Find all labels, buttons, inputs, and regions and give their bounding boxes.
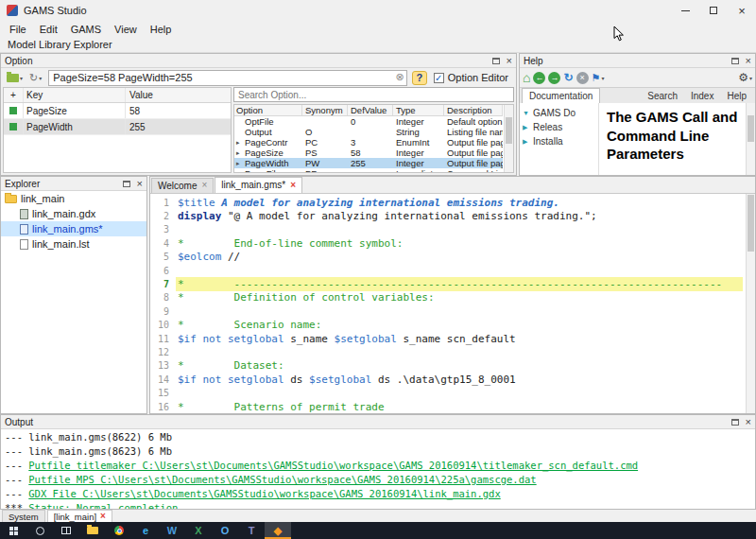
taskbar-teams[interactable]: T [238, 522, 265, 539]
close-panel-icon[interactable]: × [507, 56, 512, 66]
reload-option-button[interactable]: ↻▾ [27, 70, 43, 86]
taskbar-chrome[interactable] [106, 522, 132, 539]
taskbar-word[interactable]: W [159, 522, 185, 539]
code-line[interactable]: 16* Patterns of permit trade [150, 400, 743, 413]
refresh-button[interactable]: ↻ [563, 72, 573, 83]
code-line[interactable]: 13* Dataset: [150, 359, 743, 373]
output-link[interactable]: Status: Normal completion [28, 502, 178, 509]
column-header-key[interactable]: Key [23, 88, 125, 102]
column-header-description[interactable]: Description [444, 105, 503, 115]
explorer-group-link-main[interactable]: link_main [1, 191, 146, 206]
back-button[interactable]: ← [533, 72, 545, 84]
option-editor-toggle[interactable]: ✓ Option Editor [430, 72, 512, 83]
explorer-file-gdx[interactable]: link_main.gdx [1, 206, 146, 221]
forward-button[interactable]: → [548, 72, 560, 84]
code-line[interactable]: 6 [150, 264, 743, 277]
option-row[interactable]: ▸PermFilePFImmediateCommand Line Param..… [234, 168, 503, 173]
search-option-input[interactable] [233, 87, 514, 102]
menu-help[interactable]: Help [144, 23, 179, 36]
help-tree-item[interactable]: ▶Releas [520, 120, 598, 134]
output-link[interactable]: GDX File C:\Users\st\Documents\GAMSStudi… [28, 488, 500, 499]
column-header-option[interactable]: Option [234, 105, 302, 115]
options-table-scrollbar[interactable] [504, 105, 513, 172]
close-tab-icon[interactable]: × [100, 512, 106, 521]
float-panel-icon[interactable] [123, 181, 130, 187]
defined-option-row[interactable]: PageSize58 [4, 103, 231, 119]
editor-tab[interactable]: Welcome× [151, 178, 214, 193]
code-line[interactable]: 1$title A model for analyzing internatio… [150, 196, 743, 209]
code-line[interactable]: 2display "@ A model for analyzing intern… [150, 209, 743, 222]
help-tree-item[interactable]: ▶Installa [520, 134, 598, 148]
close-button[interactable]: × [728, 0, 756, 21]
scrollbar-thumb[interactable] [506, 117, 512, 144]
close-panel-icon[interactable]: × [746, 417, 751, 427]
taskbar-edge[interactable]: e [132, 522, 159, 539]
option-row[interactable]: ▸PageWidthPW255IntegerOutput file page w… [234, 158, 503, 168]
code-line[interactable]: 14$if not setglobal ds $setglobal ds .\d… [150, 373, 743, 386]
float-panel-icon[interactable] [492, 58, 500, 64]
menu-edit[interactable]: Edit [33, 23, 64, 36]
editor-scrollbar[interactable] [746, 194, 755, 413]
taskbar-excel[interactable]: X [185, 522, 212, 539]
close-tab-icon[interactable]: × [202, 181, 208, 190]
option-row[interactable]: ▸PageSizePS58IntegerOutput file page siz… [234, 148, 503, 158]
model-library-explorer-button[interactable]: Model Library Explorer [0, 39, 120, 50]
explorer-file-gms[interactable]: link_main.gms* [1, 221, 146, 236]
taskbar-task-view[interactable] [53, 522, 79, 539]
taskbar-outlook[interactable]: O [212, 522, 238, 539]
option-help-button[interactable]: ? [412, 71, 427, 85]
stop-button[interactable]: × [576, 72, 589, 84]
help-tab-search[interactable]: Search [641, 89, 684, 103]
code-line[interactable]: 7* -------------------------------------… [150, 277, 743, 290]
menu-view[interactable]: View [108, 23, 144, 36]
code-line[interactable]: 10* Scenario name: [150, 319, 743, 332]
process-tab[interactable]: [link_main]× [47, 510, 112, 522]
code-line[interactable]: 5$eolcom // [150, 251, 743, 264]
scrollbar-thumb[interactable] [747, 115, 754, 142]
column-header-defvalue[interactable]: DefValue [348, 105, 393, 115]
column-header-type[interactable]: Type [393, 105, 444, 115]
code-line[interactable]: 4* End-of-line comment symbol: [150, 236, 743, 250]
help-tab-help[interactable]: Help [720, 89, 753, 103]
help-tab-index[interactable]: Index [684, 89, 720, 103]
menu-gams[interactable]: GAMS [64, 23, 108, 36]
column-header-synonym[interactable]: Synonym [302, 105, 348, 115]
explorer-file-lst[interactable]: link_main.lst [1, 236, 146, 252]
taskbar-file-explorer[interactable] [79, 522, 106, 539]
code-line[interactable]: 8* Definition of control variables: [150, 291, 743, 304]
maximize-button[interactable] [699, 0, 728, 21]
option-row[interactable]: ▸PageContrPC3EnumIntOutput file page con… [234, 137, 503, 148]
taskbar-gams-studio[interactable]: ◆ [265, 522, 291, 539]
help-tab-documentation[interactable]: Documentation [522, 88, 600, 103]
editor-tab[interactable]: link_main.gms*× [215, 177, 302, 193]
minimize-button[interactable] [671, 0, 699, 21]
close-panel-icon[interactable]: × [746, 56, 751, 66]
column-header-add[interactable]: + [4, 88, 23, 102]
option-row[interactable]: ▸OptFile0IntegerDefault option file [234, 116, 503, 127]
bookmark-button[interactable]: ⚑▾ [592, 73, 605, 83]
float-panel-icon[interactable] [731, 58, 739, 64]
code-line[interactable]: 9 [150, 304, 743, 318]
code-lines[interactable]: 1$title A model for analyzing internatio… [150, 196, 743, 413]
column-header-value[interactable]: Value [125, 88, 231, 102]
scrollbar-thumb[interactable] [747, 195, 754, 252]
output-link[interactable]: Putfile titlemaker C:\Users\st\Documents… [28, 460, 638, 471]
close-tab-icon[interactable]: × [290, 181, 296, 190]
float-panel-icon[interactable] [731, 419, 739, 426]
option-parameters-input[interactable] [48, 70, 407, 86]
code-line[interactable]: 3 [150, 223, 743, 236]
help-tree-item[interactable]: ▼GAMS Do [520, 106, 598, 120]
process-tab[interactable]: System [2, 510, 45, 522]
code-line[interactable]: 15 [150, 386, 743, 399]
open-option-file-button[interactable]: ▾ [5, 70, 25, 86]
defined-option-row[interactable]: PageWidth255 [4, 119, 231, 135]
code-line[interactable]: 12 [150, 345, 743, 358]
code-line[interactable]: 11$if not setglobal s_name $setglobal s_… [150, 332, 743, 345]
option-row[interactable]: ▸OutputOStringListing file name [234, 127, 503, 137]
taskbar-start[interactable] [0, 522, 26, 539]
help-scrollbar[interactable] [746, 103, 755, 175]
output-link[interactable]: Putfile MPS C:\Users\st\Documents\GAMSSt… [28, 474, 536, 485]
taskbar-search[interactable] [26, 522, 53, 539]
close-panel-icon[interactable]: × [137, 179, 143, 189]
code-editor[interactable]: 1$title A model for analyzing internatio… [150, 194, 755, 413]
